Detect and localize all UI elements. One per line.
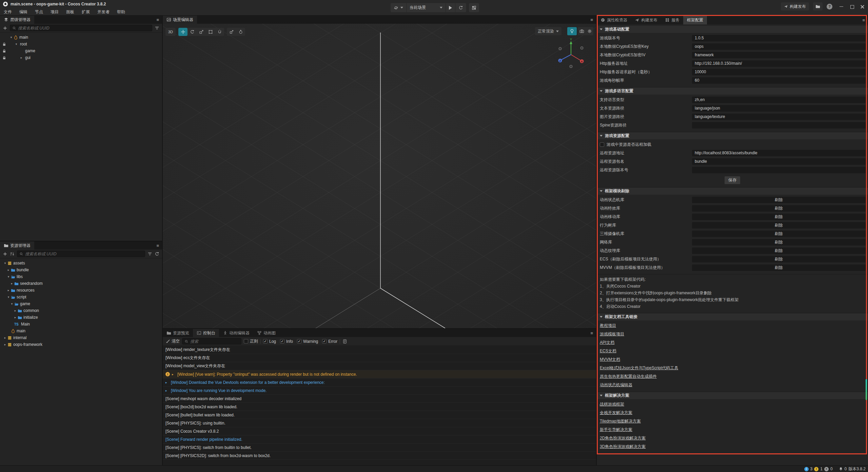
remove-module-button[interactable]: 剔除: [692, 239, 866, 245]
remove-module-button[interactable]: 剔除: [692, 197, 866, 203]
log-row[interactable]: ▸[Window] Download the Vue Devtools exte…: [163, 378, 596, 387]
tree-node-main[interactable]: main: [0, 328, 162, 334]
panel-menu-icon[interactable]: ≡: [590, 331, 596, 336]
checkbox[interactable]: ✓: [263, 339, 268, 343]
log-row[interactable]: [Window] render_texture文件夹存在: [163, 346, 596, 354]
expand-chevron-icon[interactable]: ▸: [3, 336, 7, 339]
tab-构建发布[interactable]: 构建发布: [631, 16, 661, 24]
expand-chevron-icon[interactable]: ▾: [14, 42, 19, 46]
menu-item-文件[interactable]: 文件: [0, 9, 16, 15]
checkbox[interactable]: [244, 339, 248, 343]
remove-module-button[interactable]: 剔除: [692, 248, 866, 254]
remove-module-button[interactable]: 剔除: [692, 205, 866, 212]
hierarchy-search-input[interactable]: [18, 26, 150, 31]
text-input[interactable]: [692, 122, 866, 129]
doc-link[interactable]: API文档: [600, 338, 614, 347]
log-row[interactable]: [Scene] [box2d]:box2d wasm lib loaded.: [163, 403, 596, 411]
coordinate-mode-button[interactable]: [236, 28, 245, 36]
scene-viewport[interactable]: 3D 正常渲染: [163, 24, 596, 328]
text-input[interactable]: oops: [692, 43, 866, 50]
doc-link[interactable]: MVVM文档: [600, 355, 620, 364]
text-input[interactable]: 10000: [692, 69, 866, 75]
tab-框架配置[interactable]: 框架配置: [683, 16, 707, 24]
gizmo-settings-button[interactable]: [586, 27, 593, 35]
bell-icon[interactable]: [839, 467, 843, 471]
tree-node-internal[interactable]: ▸internal: [0, 334, 162, 341]
tree-node-bundle[interactable]: ▸bundle: [0, 267, 162, 273]
log-row[interactable]: [Scene] Cocos Creator v3.8.2: [163, 427, 596, 435]
tree-node-oops-framework[interactable]: ▸oops-framework: [0, 341, 162, 348]
doc-link[interactable]: 3D角色扮演游戏解决方案: [600, 442, 646, 451]
regex-checkbox[interactable]: 正则: [244, 338, 258, 344]
log-row[interactable]: [Scene] [PHYSICS2D]: switch from box2d-w…: [163, 452, 596, 460]
anchor-mode-button[interactable]: [227, 28, 236, 36]
doc-link[interactable]: 教程项目: [600, 321, 616, 330]
expand-chevron-icon[interactable]: ▸: [6, 268, 11, 272]
doc-link[interactable]: 2D角色扮演游戏解决方案: [600, 434, 646, 442]
log-row[interactable]: [Scene] [bullet]:bullet wasm lib loaded.: [163, 411, 596, 419]
text-input[interactable]: 1.0.5: [692, 35, 866, 41]
hierarchy-search-box[interactable]: [10, 25, 152, 31]
tree-node-main[interactable]: ▾main: [0, 34, 162, 41]
text-input[interactable]: zh,en: [692, 97, 866, 103]
panel-menu-icon[interactable]: ≡: [862, 18, 868, 23]
expand-chevron-icon[interactable]: ▸: [9, 282, 14, 285]
tab-资源预览[interactable]: 资源预览: [163, 329, 193, 337]
tab-属性检查器[interactable]: 属性检查器: [597, 16, 631, 24]
tree-node-initialize[interactable]: ▸initialize: [0, 314, 162, 321]
doc-link[interactable]: 动画状态机编辑器: [600, 381, 632, 389]
render-mode-dropdown[interactable]: 正常渲染: [535, 27, 561, 35]
scrollbar-thumb[interactable]: [866, 379, 867, 400]
expand-chevron-icon[interactable]: ▸: [19, 56, 24, 59]
expand-chevron-icon[interactable]: ▾: [9, 302, 14, 306]
text-input[interactable]: http://localhost:8083/assets/bundle: [692, 150, 866, 156]
log-row[interactable]: [Window] model_view文件夹存在: [163, 362, 596, 370]
log-row[interactable]: ▸[Window] You are running Vue in develop…: [163, 387, 596, 395]
menu-item-项目[interactable]: 项目: [47, 9, 62, 15]
camera-settings-button[interactable]: [578, 27, 586, 35]
expand-chevron-icon[interactable]: ▸: [172, 373, 175, 376]
section-header[interactable]: 框架解决方案: [597, 392, 868, 399]
tree-node-seedrandom[interactable]: ▸seedrandom: [0, 280, 162, 287]
log-row[interactable]: [Scene] [PHYSICS]: switch from builtin t…: [163, 444, 596, 452]
expand-chevron-icon[interactable]: ▾: [9, 36, 14, 39]
menu-item-帮助[interactable]: 帮助: [113, 9, 129, 15]
log-row[interactable]: [Window] ecs文件夹存在: [163, 354, 596, 362]
log-row[interactable]: [Scene] Forward render pipeline initiali…: [163, 435, 596, 444]
panel-menu-icon[interactable]: ≡: [156, 243, 162, 248]
doc-link[interactable]: Tiledmap地图解决方案: [600, 417, 641, 426]
tree-node-game[interactable]: game: [0, 47, 162, 54]
text-input[interactable]: http://192.168.0.150/main/: [692, 60, 866, 67]
tree-node-root[interactable]: ▾root: [0, 41, 162, 47]
warning-icon[interactable]: !: [814, 467, 818, 471]
text-input[interactable]: language/json: [692, 105, 866, 112]
text-input[interactable]: [692, 167, 866, 173]
checkbox[interactable]: ✓: [297, 339, 301, 343]
expand-chevron-icon[interactable]: ▾: [6, 275, 11, 278]
tree-node-script[interactable]: ▾script: [0, 294, 162, 300]
filter-icon[interactable]: [147, 252, 152, 256]
filter-icon[interactable]: [155, 26, 159, 31]
rect-tool-button[interactable]: [206, 28, 215, 36]
tab-控制台[interactable]: 控制台: [193, 329, 219, 337]
section-header[interactable]: 框架模块剔除: [597, 188, 868, 195]
doc-link[interactable]: 全栈开发解决方案: [600, 409, 632, 417]
expand-chevron-icon[interactable]: ▸: [6, 289, 11, 292]
tree-node-gui[interactable]: ▸gui: [0, 54, 162, 61]
save-button[interactable]: 保存: [724, 176, 741, 184]
tab-服务[interactable]: 服务: [661, 16, 683, 24]
tab-scene-editor[interactable]: 场景编辑器: [163, 16, 197, 24]
build-publish-button[interactable]: 构建发布: [781, 2, 809, 11]
tree-node-Main[interactable]: TSMain: [0, 321, 162, 328]
doc-link[interactable]: Excel格式转Json文件与TypeScript代码工具: [600, 364, 678, 372]
menu-item-节点[interactable]: 节点: [31, 9, 47, 15]
error-icon[interactable]: ×: [824, 467, 829, 471]
expand-chevron-icon[interactable]: ▸: [165, 389, 169, 392]
doc-link[interactable]: 原生包热更新配置自动生成插件: [600, 372, 657, 381]
play-button[interactable]: [446, 3, 455, 12]
remove-module-button[interactable]: 剔除: [692, 214, 866, 220]
tab-assets[interactable]: 资源管理器: [0, 241, 34, 250]
section-header[interactable]: 框架文档工具链接: [597, 313, 868, 320]
expand-chevron-icon[interactable]: ▸: [165, 381, 169, 384]
log-row[interactable]: !▸[Window] [Vue warn]: Property "onInput…: [163, 370, 596, 378]
